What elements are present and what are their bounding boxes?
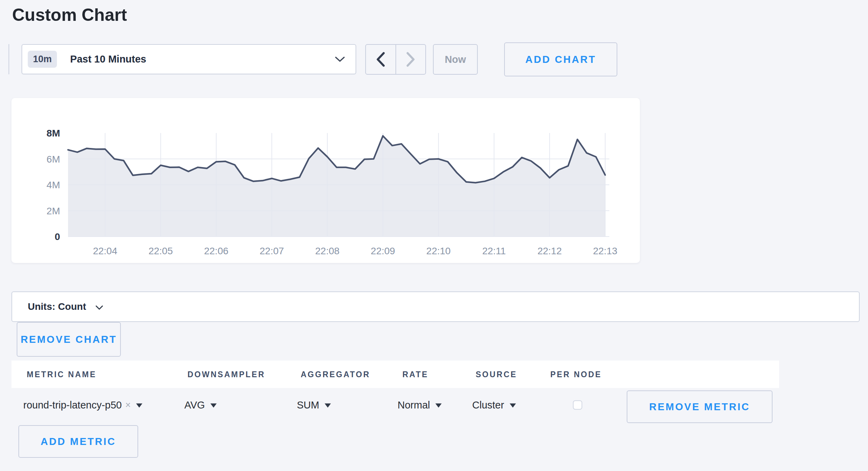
- svg-text:22:05: 22:05: [149, 246, 173, 256]
- svg-text:22:04: 22:04: [93, 246, 117, 256]
- source-value: Cluster: [472, 399, 504, 411]
- step-back-button[interactable]: [366, 45, 396, 74]
- time-range-label: Past 10 Minutes: [70, 53, 335, 65]
- add-chart-button[interactable]: ADD CHART: [504, 42, 617, 76]
- per-node-cell: [573, 400, 582, 410]
- svg-text:6M: 6M: [47, 154, 60, 165]
- page-title: Custom Chart: [12, 5, 127, 25]
- svg-text:22:07: 22:07: [260, 246, 284, 256]
- column-header-source: SOURCE: [476, 370, 517, 379]
- remove-metric-label: REMOVE METRIC: [649, 401, 750, 413]
- remove-chart-button[interactable]: REMOVE CHART: [17, 322, 121, 357]
- aggregator-select[interactable]: SUM: [297, 399, 331, 411]
- svg-text:22:10: 22:10: [426, 246, 451, 256]
- time-step-buttons: [365, 44, 426, 75]
- chevron-right-icon: [406, 52, 416, 67]
- svg-text:8M: 8M: [47, 128, 60, 139]
- caret-down-icon: [136, 404, 142, 408]
- add-metric-label: ADD METRIC: [41, 436, 116, 447]
- svg-text:22:12: 22:12: [537, 246, 562, 256]
- units-label: Units: Count: [28, 301, 86, 312]
- metrics-table-header: METRIC NAME DOWNSAMPLER AGGREGATOR RATE …: [11, 361, 779, 388]
- column-header-rate: RATE: [402, 370, 428, 379]
- clear-metric-icon[interactable]: ×: [125, 399, 131, 410]
- per-node-checkbox[interactable]: [573, 400, 582, 410]
- svg-text:22:11: 22:11: [482, 246, 506, 256]
- now-button-label: Now: [445, 54, 466, 65]
- metric-name-value: round-trip-latency-p50: [23, 399, 122, 411]
- time-range-badge: 10m: [28, 51, 57, 68]
- timeseries-chart-card: 22:0422:0522:0622:0722:0822:0922:1022:11…: [11, 98, 640, 263]
- remove-metric-button[interactable]: REMOVE METRIC: [627, 390, 773, 423]
- downsampler-value: AVG: [184, 399, 205, 411]
- add-metric-button[interactable]: ADD METRIC: [18, 425, 138, 458]
- add-chart-label: ADD CHART: [525, 54, 596, 65]
- chevron-down-icon: [335, 56, 345, 63]
- aggregator-value: SUM: [297, 399, 319, 411]
- svg-text:2M: 2M: [47, 206, 60, 216]
- units-dropdown[interactable]: Units: Count: [11, 291, 860, 322]
- caret-down-icon: [325, 404, 331, 408]
- column-header-downsampler: DOWNSAMPLER: [187, 370, 265, 379]
- svg-text:0: 0: [55, 231, 60, 242]
- rate-value: Normal: [398, 399, 430, 411]
- svg-text:22:06: 22:06: [204, 246, 228, 256]
- svg-text:22:08: 22:08: [315, 246, 340, 256]
- metric-name-select[interactable]: round-trip-latency-p50 ×: [23, 399, 142, 411]
- column-header-metric-name: METRIC NAME: [27, 370, 97, 379]
- chevron-down-icon: [95, 305, 103, 310]
- downsampler-select[interactable]: AVG: [184, 399, 217, 411]
- svg-text:22:09: 22:09: [371, 246, 395, 256]
- timeseries-chart[interactable]: 22:0422:0522:0622:0722:0822:0922:1022:11…: [11, 98, 640, 263]
- remove-chart-label: REMOVE CHART: [20, 334, 117, 345]
- toolbar-divider: [8, 44, 9, 74]
- rate-select[interactable]: Normal: [398, 399, 442, 411]
- column-header-aggregator: AGGREGATOR: [301, 370, 370, 379]
- svg-text:22:13: 22:13: [593, 246, 617, 256]
- source-select[interactable]: Cluster: [472, 399, 516, 411]
- step-forward-button[interactable]: [396, 45, 426, 74]
- caret-down-icon: [435, 404, 442, 408]
- chevron-left-icon: [375, 52, 386, 67]
- caret-down-icon: [210, 404, 217, 408]
- caret-down-icon: [510, 404, 516, 408]
- now-button[interactable]: Now: [433, 44, 478, 75]
- svg-text:4M: 4M: [47, 180, 60, 190]
- column-header-per-node: PER NODE: [550, 370, 602, 379]
- time-range-dropdown[interactable]: 10m Past 10 Minutes: [22, 44, 356, 74]
